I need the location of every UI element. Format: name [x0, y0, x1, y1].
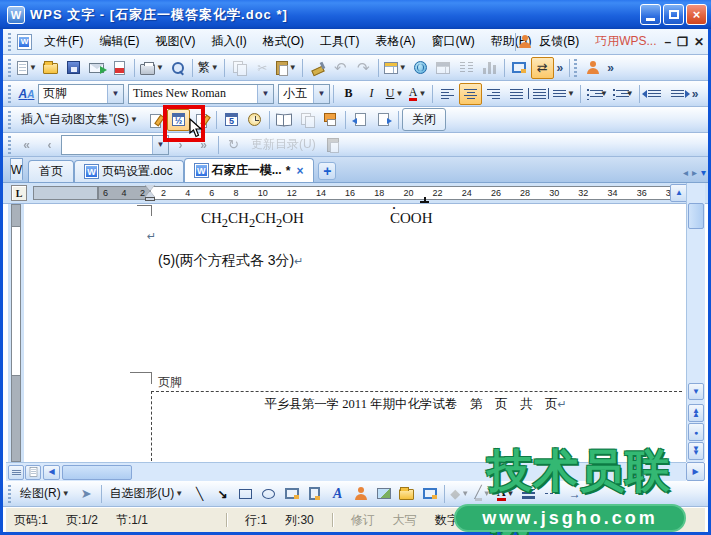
vertical-scroll-thumb[interactable]	[688, 203, 704, 229]
italic-button[interactable]: I	[360, 83, 383, 105]
print-button[interactable]: ▼	[138, 57, 166, 79]
new-document-button[interactable]: ▼	[15, 57, 39, 79]
format-painter-button[interactable]	[306, 57, 329, 79]
table-properties-button[interactable]	[432, 57, 455, 79]
close-button[interactable]: ×	[686, 4, 707, 25]
toolbar-grip[interactable]	[8, 85, 11, 103]
page-setup-button[interactable]	[273, 109, 296, 131]
cut-button[interactable]: ✂	[251, 57, 274, 79]
bullets-button[interactable]: ▼	[610, 83, 636, 105]
insert-autotext-button[interactable]: 插入“自动图文集”(S)▼	[15, 109, 144, 131]
hanging-indent-marker[interactable]	[145, 191, 155, 197]
save-button[interactable]	[62, 57, 85, 79]
font-size-dropdown-arrow[interactable]: ▼	[313, 85, 329, 103]
autoshapes-button[interactable]: 自选图形(U)▼	[105, 483, 189, 505]
minimize-button[interactable]	[640, 4, 661, 25]
formatting-overflow-button[interactable]: »	[689, 87, 702, 101]
menu-item[interactable]: 格式(O)	[255, 30, 312, 53]
horizontal-scroll-thumb[interactable]	[62, 465, 132, 480]
tab-current-document[interactable]: W 石家庄一模... * ×	[184, 158, 315, 182]
scrollbar-track-top[interactable]	[688, 184, 704, 201]
location-combobox[interactable]: ▼	[61, 135, 169, 155]
arrow-button[interactable]: ↘	[211, 483, 234, 505]
toolbar-grip[interactable]	[8, 33, 11, 51]
toolbar-grip[interactable]	[574, 59, 577, 77]
bold-button[interactable]: B	[337, 83, 360, 105]
numbering-button[interactable]: ▼	[584, 83, 610, 105]
home-button[interactable]: W	[5, 158, 28, 180]
maximize-button[interactable]	[663, 4, 684, 25]
send-mail-button[interactable]	[85, 57, 108, 79]
tab-list-button[interactable]: ▾	[701, 167, 706, 178]
tab-page-setup-doc[interactable]: W 页码设置.doc	[74, 160, 184, 182]
paste-button[interactable]: ▼	[274, 57, 299, 79]
menu-item[interactable]: 文件(F)	[36, 30, 91, 53]
tab-stop-selector[interactable]: L	[11, 185, 27, 201]
undo-button[interactable]: ↶	[329, 57, 352, 79]
doc-restore-button[interactable]: ❐	[677, 35, 688, 49]
tab-scroll-left-button[interactable]: ◂	[683, 167, 688, 178]
vertical-textbox-button[interactable]	[303, 483, 326, 505]
columns-button[interactable]	[455, 57, 478, 79]
menu-item[interactable]: 表格(A)	[367, 30, 423, 53]
previous-page-button[interactable]: ▲▲	[688, 404, 704, 422]
menu-item[interactable]: 视图(V)	[147, 30, 203, 53]
insert-date-button[interactable]: 5	[220, 109, 243, 131]
line-button[interactable]: ╲	[188, 483, 211, 505]
align-center-button[interactable]	[459, 83, 482, 105]
account-search-button[interactable]	[581, 57, 604, 79]
tab-home[interactable]: 首页	[28, 160, 74, 182]
toolbar-grip[interactable]	[8, 59, 11, 77]
increase-indent-button[interactable]	[666, 83, 689, 105]
reading-layout-button[interactable]	[508, 57, 531, 79]
location-dropdown-arrow[interactable]: ▼	[152, 136, 168, 154]
doc-close-button[interactable]: ✕	[694, 35, 704, 49]
tab-scroll-right-button[interactable]: ▸	[692, 167, 697, 178]
show-next-button[interactable]	[372, 109, 395, 131]
back-far-button[interactable]: «	[15, 134, 38, 156]
traditional-simplified-button[interactable]: 繁▼	[196, 57, 221, 79]
align-right-button[interactable]	[482, 83, 505, 105]
tab-close-button[interactable]: ×	[296, 164, 303, 178]
rectangle-button[interactable]	[234, 483, 257, 505]
document-map-button[interactable]	[478, 57, 501, 79]
underline-button[interactable]: U▼	[383, 83, 406, 105]
font-dropdown-arrow[interactable]: ▼	[257, 85, 273, 103]
page-view-button[interactable]	[25, 465, 41, 480]
vertical-scrollbar[interactable]: ▼ ▲▲ ● ▼▼	[686, 183, 705, 462]
menu-item[interactable]: 窗口(W)	[423, 30, 482, 53]
wordart-button[interactable]: A	[326, 483, 349, 505]
styles-and-formatting-button[interactable]: AA	[15, 83, 38, 105]
footer-text[interactable]: 平乡县第一学 2011 年期中化学试卷 第 页 共 页↵	[151, 396, 680, 413]
hyperlink-button[interactable]	[409, 57, 432, 79]
account-toolbar-overflow-button[interactable]: »	[604, 61, 617, 75]
print-preview-button[interactable]	[166, 57, 189, 79]
textbox-button[interactable]	[280, 483, 303, 505]
menu-item[interactable]: 编辑(E)	[91, 30, 147, 53]
toolbar-grip[interactable]	[8, 485, 11, 503]
back-button[interactable]: ‹	[38, 134, 61, 156]
menu-promo-link[interactable]: 巧用WPS...	[587, 30, 664, 53]
font-combobox[interactable]: Times New Roman ▼	[128, 84, 274, 104]
select-browse-object-button[interactable]: ●	[688, 423, 704, 441]
update-toc-button[interactable]: 更新目录(U)	[245, 134, 322, 156]
insert-page-count-button[interactable]: ½	[167, 109, 190, 131]
refresh-toc-button[interactable]: ↻	[222, 134, 245, 156]
menu-feedback[interactable]: 反馈(B)	[531, 30, 587, 53]
status-caps-lock[interactable]: 大写	[393, 512, 417, 529]
select-objects-button[interactable]: ➤	[75, 483, 98, 505]
oval-button[interactable]	[257, 483, 280, 505]
indent-markers[interactable]	[145, 185, 156, 202]
menu-item[interactable]: 工具(T)	[312, 30, 367, 53]
doc-minimize-button[interactable]: –	[664, 35, 671, 49]
new-tab-button[interactable]: +	[318, 162, 336, 180]
insert-picture-button[interactable]	[372, 483, 395, 505]
menu-item[interactable]: 插入(I)	[203, 30, 254, 53]
close-header-footer-button[interactable]: 关闭	[402, 108, 446, 131]
draw-menu-button[interactable]: 绘图(R)▼	[15, 483, 75, 505]
toolbar-grip[interactable]	[8, 136, 11, 154]
decrease-indent-button[interactable]	[643, 83, 666, 105]
left-indent-marker[interactable]	[145, 197, 155, 201]
open-button[interactable]	[39, 57, 62, 79]
scroll-left-button[interactable]: ◀	[43, 465, 60, 480]
